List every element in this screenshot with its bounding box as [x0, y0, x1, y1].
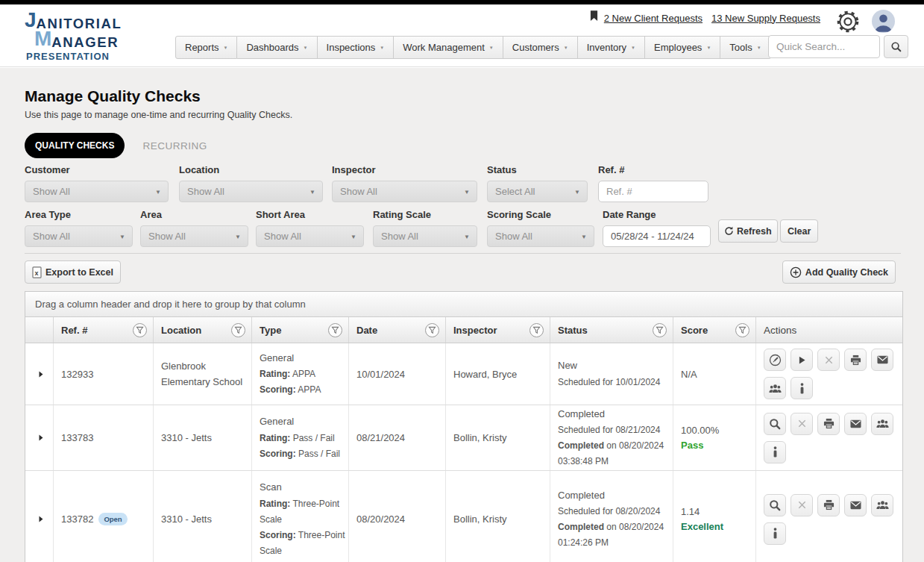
ref-number-input[interactable]: [598, 181, 708, 202]
cell-type: ScanRating: Three-Point ScaleScoring: Th…: [252, 471, 349, 562]
location-select[interactable]: Show All▼: [179, 181, 323, 202]
cell-actions: [756, 471, 902, 562]
filter-funnel-icon[interactable]: [653, 323, 667, 337]
filter-funnel-icon[interactable]: [231, 323, 245, 337]
export-to-excel-button[interactable]: x Export to Excel: [25, 260, 121, 284]
users-action-button[interactable]: [764, 377, 786, 399]
nav-reports[interactable]: Reports▼: [175, 36, 237, 59]
header-type[interactable]: Type: [252, 317, 349, 343]
expand-row-button[interactable]: [25, 471, 54, 562]
tab-recurring[interactable]: RECURRING: [142, 140, 207, 152]
score-word: Pass: [681, 440, 719, 451]
header-inspector[interactable]: Inspector: [446, 317, 550, 343]
area-select[interactable]: Show All▼: [140, 225, 248, 247]
cell-score: N/A: [673, 343, 756, 405]
table-row: 133783 3310 - Jetts GeneralRating: Pass …: [25, 405, 902, 471]
header-ref[interactable]: Ref. #: [54, 317, 154, 343]
filter-label-date-range: Date Range: [603, 209, 711, 220]
table-header: Ref. # Location Type Date Inspector Stat…: [25, 317, 902, 343]
new-client-requests-link[interactable]: 2 New Client Requests: [604, 13, 703, 24]
users-action-button[interactable]: [871, 494, 893, 516]
nav-work-management[interactable]: Work Management▼: [394, 36, 503, 59]
tab-quality-checks[interactable]: QUALITY CHECKS: [25, 133, 125, 158]
page-body: Manage Quality Checks Use this page to m…: [0, 68, 924, 562]
header-date[interactable]: Date: [349, 317, 446, 343]
chevron-down-icon: ▼: [581, 234, 587, 240]
app-logo[interactable]: JANITORIAL MANAGER PRESENTATION: [25, 10, 122, 61]
cell-location: Glenbrook Elementary School: [154, 343, 252, 405]
short-area-select[interactable]: Show All▼: [256, 225, 364, 247]
filter-funnel-icon[interactable]: [425, 323, 439, 337]
scoring-scale-select[interactable]: Show All▼: [487, 225, 594, 247]
chevron-down-icon: ▼: [574, 189, 580, 196]
search-action-button[interactable]: [764, 494, 786, 516]
header-location[interactable]: Location: [154, 317, 252, 343]
excel-icon: x: [32, 266, 42, 278]
search-button[interactable]: [884, 35, 908, 58]
nav-employees[interactable]: Employees▼: [645, 36, 720, 59]
print-action-button[interactable]: [817, 494, 840, 516]
search-action-button[interactable]: [764, 413, 786, 435]
nav-inventory[interactable]: Inventory▼: [578, 36, 645, 59]
print-action-button[interactable]: [817, 413, 840, 435]
area-type-select[interactable]: Show All▼: [25, 225, 133, 247]
header-score[interactable]: Score: [673, 317, 756, 343]
settings-gear-icon[interactable]: [835, 8, 861, 34]
cell-status: CompletedScheduled for 08/20/2024Complet…: [550, 471, 673, 562]
nav-inspections[interactable]: Inspections▼: [318, 36, 395, 59]
main-nav: Reports▼ Dashboards▼ Inspections▼ Work M…: [175, 36, 771, 59]
filter-funnel-icon[interactable]: [529, 323, 544, 337]
info-action-button[interactable]: [764, 522, 786, 545]
nav-tools[interactable]: Tools▼: [720, 36, 770, 59]
quick-search-input[interactable]: [768, 35, 880, 58]
logo-presentation: PRESENTATION: [26, 51, 122, 61]
clear-button[interactable]: Clear: [780, 219, 818, 243]
cell-date: 08/20/2024: [349, 471, 446, 562]
nav-dashboards[interactable]: Dashboards▼: [237, 36, 317, 59]
quality-checks-table: Drag a column header and drop it here to…: [25, 291, 903, 562]
print-action-button[interactable]: [844, 349, 867, 371]
filter-funnel-icon[interactable]: [328, 323, 342, 337]
refresh-button[interactable]: Refresh: [718, 219, 778, 243]
nav-customers[interactable]: Customers▼: [503, 36, 578, 59]
expand-row-button[interactable]: [25, 405, 54, 470]
mail-action-button[interactable]: [844, 413, 867, 435]
cell-ref: 133783: [54, 405, 154, 470]
info-action-button[interactable]: [791, 377, 813, 399]
divider: [25, 253, 901, 254]
rating-scale-select[interactable]: Show All▼: [373, 225, 477, 247]
customer-select[interactable]: Show All▼: [25, 181, 169, 202]
close-action-button[interactable]: [791, 413, 813, 435]
cell-date: 08/21/2024: [349, 405, 446, 470]
bookmark-icon: [590, 10, 598, 25]
users-action-button[interactable]: [871, 413, 893, 435]
close-action-button[interactable]: [817, 349, 840, 371]
cell-inspector: Bollin, Kristy: [446, 471, 550, 562]
user-avatar[interactable]: [872, 10, 895, 33]
header-status[interactable]: Status: [550, 317, 673, 343]
edit-action-button[interactable]: [764, 349, 786, 371]
date-range-input[interactable]: [603, 225, 711, 247]
chevron-down-icon: ▼: [757, 46, 761, 50]
close-action-button[interactable]: [791, 494, 813, 516]
filter-label-inspector: Inspector: [332, 164, 477, 175]
chevron-down-icon: ▼: [235, 234, 241, 240]
status-select[interactable]: Select All▼: [487, 181, 588, 202]
filter-label-short-area: Short Area: [256, 209, 364, 220]
filter-label-rating-scale: Rating Scale: [373, 209, 477, 220]
mail-action-button[interactable]: [844, 494, 867, 516]
inspector-select[interactable]: Show All▼: [332, 181, 477, 202]
chevron-down-icon: ▼: [304, 46, 308, 50]
mail-action-button[interactable]: [871, 349, 893, 371]
group-by-bar[interactable]: Drag a column header and drop it here to…: [25, 292, 902, 317]
filter-funnel-icon[interactable]: [735, 323, 749, 337]
chevron-down-icon: ▼: [489, 46, 494, 50]
play-action-button[interactable]: [791, 349, 813, 371]
cell-actions: [756, 405, 902, 470]
expand-row-button[interactable]: [25, 343, 54, 405]
filter-label-area-type: Area Type: [25, 209, 133, 220]
filter-funnel-icon[interactable]: [133, 323, 147, 337]
add-quality-check-button[interactable]: Add Quality Check: [782, 260, 896, 284]
info-action-button[interactable]: [764, 441, 786, 463]
new-supply-requests-link[interactable]: 13 New Supply Requests: [711, 13, 820, 24]
